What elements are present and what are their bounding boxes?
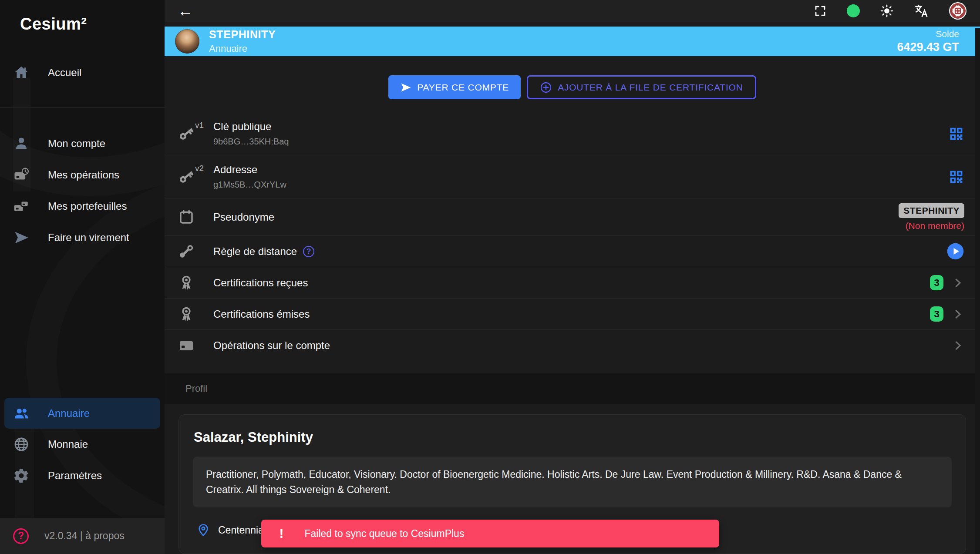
sidebar-item-parametres[interactable]: Paramètres	[0, 460, 165, 491]
sidebar-nav: Accueil Mon compte Mes opérations Me	[0, 57, 165, 518]
profile-description: Practitioner, Polymath, Educator, Vision…	[193, 457, 952, 507]
certifications-sent-count: 3	[930, 306, 943, 322]
certification-icon	[176, 305, 197, 323]
sidebar-footer: ? v2.0.34 | à propos	[0, 518, 165, 554]
run-distance-check-button[interactable]	[946, 242, 964, 260]
send-icon	[11, 228, 31, 248]
translate-icon[interactable]	[914, 3, 929, 18]
back-button[interactable]: ←	[178, 3, 193, 19]
membership-status: (Non membre)	[906, 221, 964, 231]
topbar: ←	[165, 0, 980, 22]
sidebar-item-label: Faire un virement	[48, 232, 129, 244]
topbar-actions	[814, 2, 967, 20]
sidebar-item-monnaie[interactable]: Monnaie	[0, 429, 165, 460]
home-icon	[11, 63, 31, 83]
row-address[interactable]: v2 Addresse g1Ms5B…QXrYLw	[165, 155, 980, 198]
qr-code-icon[interactable]	[948, 169, 964, 185]
row-operations-compte[interactable]: Opérations sur le compte	[165, 330, 980, 361]
person-icon	[11, 134, 31, 154]
sidebar-item-mes-operations[interactable]: Mes opérations	[0, 159, 165, 191]
row-title: Règle de distance	[213, 245, 297, 258]
version-about-link[interactable]: v2.0.34 | à propos	[44, 530, 125, 542]
row-title: Clé publique	[213, 121, 289, 133]
pay-account-button[interactable]: PAYER CE COMPTE	[388, 75, 521, 99]
chevron-right-icon	[951, 308, 964, 321]
key-version-label: v1	[195, 121, 204, 130]
profile-banner: STEPHINITY Annuaire Solde 6429.43 GT	[165, 27, 980, 56]
plus-circle-icon	[540, 81, 552, 94]
toast-message: Failed to sync queue to CesiumPlus	[305, 528, 465, 540]
balance-block: Solde 6429.43 GT	[897, 29, 970, 54]
row-public-key[interactable]: v1 Clé publique 9b6BG…35KH:Baq	[165, 112, 980, 155]
wallets-icon	[11, 196, 31, 216]
sidebar-item-label: Mes opérations	[48, 169, 119, 181]
key-icon: v1	[176, 124, 197, 143]
certifications-received-count: 3	[930, 275, 943, 290]
key-version-label: v2	[195, 164, 204, 173]
sidebar-item-mon-compte[interactable]: Mon compte	[0, 128, 165, 159]
card-icon	[176, 337, 197, 354]
sidebar-item-label: Mes portefeuilles	[48, 200, 127, 212]
account-name: STEPHINITY	[209, 28, 276, 41]
theme-sun-icon[interactable]	[880, 4, 894, 18]
address-value: g1Ms5B…QXrYLw	[213, 180, 286, 190]
sidebar-item-label: Accueil	[48, 67, 81, 79]
profile-section-label: Profil	[165, 373, 980, 404]
error-toast: ! Failed to sync queue to CesiumPlus	[261, 520, 719, 547]
sidebar-item-label: Paramètres	[48, 470, 102, 482]
sidebar-divider	[0, 107, 165, 108]
gear-icon	[11, 466, 31, 486]
action-buttons: PAYER CE COMPTE AJOUTER À LA FILE DE CER…	[165, 75, 980, 99]
pay-account-label: PAYER CE COMPTE	[417, 82, 509, 93]
scrollbar-track[interactable]	[975, 28, 980, 554]
add-certification-button[interactable]: AJOUTER À LA FILE DE CERTIFICATION	[527, 75, 756, 99]
sidebar-item-label: Mon compte	[48, 138, 105, 150]
calendar-icon	[176, 208, 197, 226]
location-pin-icon	[196, 523, 210, 537]
sidebar-bottom-gap	[0, 491, 165, 518]
certification-icon	[176, 274, 197, 292]
row-certifications-emises[interactable]: Certifications émises 3	[165, 299, 980, 330]
fullscreen-icon[interactable]	[814, 4, 827, 17]
chevron-right-icon	[951, 339, 964, 352]
distance-rule-help-icon[interactable]: ?	[303, 246, 314, 257]
row-title: Opérations sur le compte	[213, 339, 330, 352]
sidebar-item-label: Annuaire	[48, 407, 90, 420]
row-pseudonyme[interactable]: Pseudonyme STEPHINITY (Non membre)	[165, 198, 980, 236]
balance-label: Solde	[897, 29, 959, 39]
g1-logo[interactable]	[949, 2, 967, 20]
connection-status-dot[interactable]	[847, 4, 860, 17]
account-detail-list: v1 Clé publique 9b6BG…35KH:Baq v2	[165, 112, 980, 361]
row-certifications-recues[interactable]: Certifications reçues 3	[165, 267, 980, 299]
globe-icon	[11, 434, 31, 454]
pseudonym-badge: STEPHINITY	[899, 203, 964, 218]
sidebar: Cesium² Accueil Mon compte Mes opérati	[0, 0, 165, 554]
sidebar-item-annuaire[interactable]: Annuaire	[4, 398, 160, 429]
row-title: Pseudonyme	[213, 211, 274, 223]
send-icon	[400, 82, 411, 93]
banner-identity: STEPHINITY Annuaire	[209, 28, 276, 54]
profile-full-name: Salazar, Stephinity	[194, 430, 952, 445]
banner-subtitle: Annuaire	[209, 43, 276, 54]
public-key-value: 9b6BG…35KH:Baq	[213, 137, 289, 147]
sidebar-item-faire-un-virement[interactable]: Faire un virement	[0, 222, 165, 253]
main-content: ← STEPHINITY Annuair	[165, 0, 980, 554]
sidebar-item-accueil[interactable]: Accueil	[0, 57, 165, 88]
sidebar-spacer	[0, 253, 165, 398]
about-help-icon[interactable]: ?	[13, 528, 29, 544]
qr-code-icon[interactable]	[948, 126, 964, 142]
avatar[interactable]	[175, 29, 199, 54]
sidebar-item-mes-portefeuilles[interactable]: Mes portefeuilles	[0, 191, 165, 222]
row-distance-rule[interactable]: Règle de distance ?	[165, 236, 980, 267]
row-title: Certifications reçues	[213, 277, 308, 289]
app-window: Cesium² Accueil Mon compte Mes opérati	[0, 0, 980, 554]
card-clock-icon	[11, 165, 31, 185]
key-icon: v2	[176, 168, 197, 186]
row-title: Addresse	[213, 164, 286, 176]
alert-icon: !	[280, 526, 284, 541]
app-title: Cesium²	[20, 15, 165, 34]
sidebar-item-label: Monnaie	[48, 438, 88, 450]
distance-rule-icon	[176, 242, 197, 261]
balance-value: 6429.43 GT	[897, 40, 959, 54]
people-icon	[11, 403, 31, 423]
